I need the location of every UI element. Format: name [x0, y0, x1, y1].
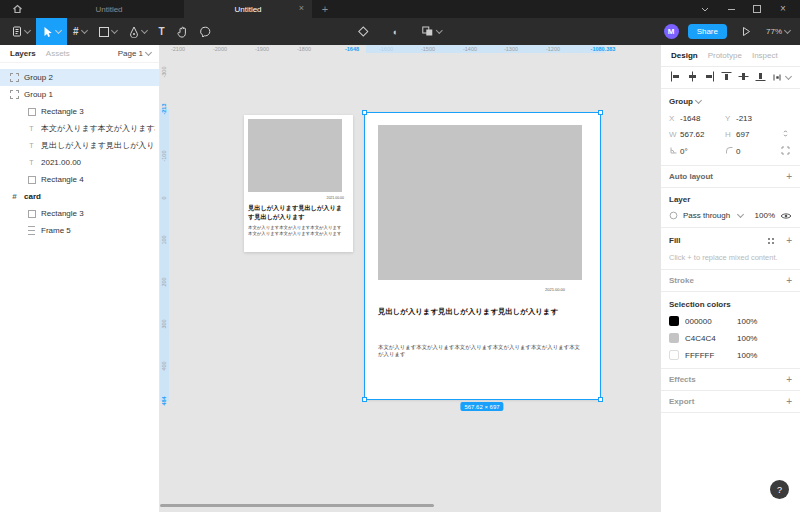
avatar[interactable]: M [664, 24, 679, 39]
align-right-button[interactable] [704, 71, 715, 84]
align-v-center-button[interactable] [738, 71, 749, 84]
layer-row-rectangle-4[interactable]: Rectangle 4 [0, 171, 159, 188]
width-field[interactable]: 567.62 [680, 130, 723, 139]
tidy-up-button[interactable] [772, 72, 791, 83]
doc-tab-untitled-1[interactable]: Untitled [34, 0, 184, 18]
window-chevron-button[interactable] [700, 4, 710, 14]
mask-button[interactable]: ◐ [387, 18, 404, 45]
tab-close-icon[interactable]: × [299, 3, 304, 13]
color-opacity[interactable]: 100% [737, 351, 757, 360]
y-field[interactable]: -213 [736, 114, 779, 123]
new-tab-button[interactable]: + [312, 0, 338, 18]
chevron-down-icon[interactable] [436, 27, 443, 34]
color-hex[interactable]: C4C4C4 [685, 334, 731, 343]
add-export-button[interactable]: + [786, 396, 792, 407]
align-top-button[interactable] [721, 71, 732, 84]
card-heading[interactable]: 見出しが入ります見出しが入ります見出しが入ります [248, 204, 345, 221]
canvas-card-small[interactable]: 2021.00.00 見出しが入ります見出しが入ります見出しが入ります 本文が入… [244, 115, 353, 252]
card-body[interactable]: 本文が入ります本文が入ります本文が入ります本文が入ります本文が入ります本文が入り… [378, 344, 583, 359]
card-date[interactable]: 2021.00.00 [545, 287, 565, 292]
edit-object-button[interactable] [352, 18, 375, 45]
zoom-menu[interactable]: 77% [766, 27, 790, 36]
tab-design[interactable]: Design [671, 51, 698, 60]
horizontal-scrollbar[interactable] [160, 504, 434, 507]
page-selector[interactable]: Page 1 [118, 49, 151, 58]
tab-prototype[interactable]: Prototype [708, 51, 742, 60]
window-maximize-button[interactable] [752, 4, 762, 14]
rotation-field[interactable]: 0° [680, 147, 723, 156]
boolean-group-button[interactable] [416, 18, 448, 45]
corner-radius-field[interactable]: 0 [736, 147, 779, 156]
x-field[interactable]: -1648 [680, 114, 723, 123]
tab-layers[interactable]: Layers [10, 49, 36, 58]
layer-row-rectangle-3b[interactable]: Rectangle 3 [0, 205, 159, 222]
align-h-center-button[interactable] [687, 71, 698, 84]
move-tool-button[interactable] [36, 18, 67, 45]
chevron-down-icon[interactable] [141, 27, 148, 34]
window-close-button[interactable]: × [778, 4, 788, 14]
help-button[interactable]: ? [770, 480, 789, 499]
present-button[interactable] [736, 18, 757, 45]
layer-row-date-text[interactable]: T 2021.00.00 [0, 154, 159, 171]
comment-tool-button[interactable] [194, 18, 217, 45]
chevron-down-icon[interactable] [24, 27, 31, 34]
tab-inspect[interactable]: Inspect [752, 51, 778, 60]
canvas-card-large-selected[interactable]: 2021.00.00 見出しが入ります見出しが入ります見出しが入ります 本文が入… [365, 113, 600, 399]
selection-handle-bottom-left[interactable] [362, 397, 367, 402]
home-button[interactable] [0, 0, 34, 18]
hand-tool-button[interactable] [171, 18, 194, 45]
layer-row-body-text[interactable]: T 本文が入ります本文が入ります本文が... [0, 120, 159, 137]
chevron-down-icon[interactable] [55, 27, 62, 34]
window-minimize-button[interactable] [726, 4, 736, 14]
card-date[interactable]: 2021.00.00 [326, 196, 344, 200]
selection-type-dropdown[interactable]: Group [669, 97, 792, 106]
selection-handle-top-right[interactable] [598, 110, 603, 115]
main-menu-button[interactable] [6, 18, 36, 45]
doc-tab-untitled-2-active[interactable]: Untitled × [184, 0, 312, 18]
color-swatch-white[interactable] [669, 350, 679, 360]
frame-tool-button[interactable]: # [67, 18, 93, 45]
shape-tool-button[interactable] [93, 18, 123, 45]
canvas[interactable]: -2100 -2000 -1900 -1800 -1648 -1600 -150… [160, 45, 660, 512]
independent-corners-toggle[interactable] [781, 146, 793, 157]
selection-handle-bottom-right[interactable] [598, 397, 603, 402]
add-fill-button[interactable]: + [786, 235, 792, 246]
selection-color-row[interactable]: FFFFFF 100% [669, 350, 792, 360]
styles-icon[interactable] [768, 238, 770, 240]
selection-handle-top-left[interactable] [362, 110, 367, 115]
color-swatch-gray[interactable] [669, 333, 679, 343]
card-heading[interactable]: 見出しが入ります見出しが入ります見出しが入ります [378, 307, 586, 317]
visibility-eye-icon[interactable] [780, 212, 792, 220]
color-hex[interactable]: 000000 [685, 317, 731, 326]
chevron-down-icon[interactable] [111, 27, 118, 34]
height-field[interactable]: 697 [736, 130, 779, 139]
constrain-proportions-toggle[interactable] [781, 129, 793, 140]
align-bottom-button[interactable] [755, 71, 766, 84]
card-body[interactable]: 本文が入ります本文が入ります本文が入ります本文が入ります本文が入ります本文が入り… [248, 225, 345, 238]
blend-mode-dropdown[interactable]: Pass through [683, 211, 730, 220]
pen-tool-button[interactable] [123, 18, 153, 45]
layer-opacity-field[interactable]: 100% [755, 211, 775, 220]
layer-row-heading-text[interactable]: T 見出しが入ります見出しが入ります見... [0, 137, 159, 154]
color-swatch-black[interactable] [669, 316, 679, 326]
selection-color-row[interactable]: C4C4C4 100% [669, 333, 792, 343]
layer-row-frame-5[interactable]: Frame 5 [0, 222, 159, 239]
layer-row-group-1[interactable]: Group 1 [0, 86, 159, 103]
color-hex[interactable]: FFFFFF [685, 351, 731, 360]
text-tool-button[interactable]: T [153, 18, 171, 45]
color-opacity[interactable]: 100% [737, 334, 757, 343]
layer-row-card-frame[interactable]: # card [0, 188, 159, 205]
add-effect-button[interactable]: + [786, 374, 792, 385]
add-stroke-button[interactable]: + [786, 275, 792, 286]
image-placeholder[interactable] [378, 125, 582, 280]
add-auto-layout-button[interactable]: + [786, 171, 792, 182]
layer-row-group-2[interactable]: Group 2 [0, 69, 159, 86]
image-placeholder[interactable] [248, 119, 342, 192]
selection-color-row[interactable]: 000000 100% [669, 316, 792, 326]
share-button[interactable]: Share [688, 24, 727, 39]
tab-assets[interactable]: Assets [46, 49, 70, 58]
align-left-button[interactable] [670, 71, 681, 84]
chevron-down-icon[interactable] [81, 27, 88, 34]
color-opacity[interactable]: 100% [737, 317, 757, 326]
layer-row-rectangle-3[interactable]: Rectangle 3 [0, 103, 159, 120]
